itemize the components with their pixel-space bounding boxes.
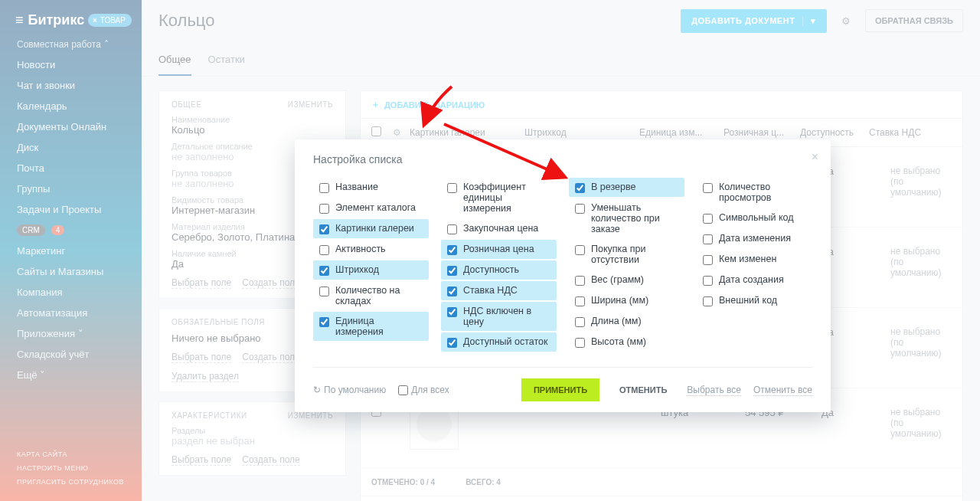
deselect-all-link[interactable]: Отменить все <box>753 385 812 396</box>
column-option[interactable]: В резерве <box>569 178 684 197</box>
for-all-option[interactable]: Для всех <box>398 385 449 395</box>
column-option[interactable]: Доступность <box>441 260 557 280</box>
column-option[interactable]: Высота (мм) <box>569 332 684 352</box>
close-icon[interactable]: × <box>812 150 818 164</box>
column-option[interactable]: Внешний код <box>697 291 812 310</box>
column-option[interactable]: Количество на складах <box>313 281 429 310</box>
column-option[interactable]: Единица измерения <box>313 312 429 341</box>
column-option[interactable]: Закупочная цена <box>441 219 557 238</box>
column-option[interactable]: Символьный код <box>697 208 812 228</box>
column-option[interactable]: Ставка НДС <box>441 281 557 300</box>
cancel-button[interactable]: ОТМЕНИТЬ <box>612 378 675 401</box>
column-option[interactable]: Уменьшать количество при заказе <box>569 198 684 238</box>
column-option[interactable]: Ширина (мм) <box>569 291 684 310</box>
column-option[interactable]: Элемент каталога <box>313 198 429 218</box>
column-option[interactable]: Покупка при отсутствии <box>569 240 684 269</box>
modal-title: Настройка списка <box>313 153 812 165</box>
apply-button[interactable]: ПРИМЕНИТЬ <box>521 378 599 401</box>
column-option[interactable]: Кем изменен <box>697 250 812 269</box>
select-all-link[interactable]: Выбрать все <box>687 385 741 396</box>
column-option[interactable]: Доступный остаток <box>441 332 557 352</box>
reset-default-button[interactable]: ↻ По умолчанию <box>313 385 386 395</box>
column-option[interactable]: Розничная цена <box>441 240 557 259</box>
column-option[interactable]: Активность <box>313 240 429 259</box>
column-option[interactable]: Вес (грамм) <box>569 270 684 290</box>
column-option[interactable]: Коэффициент единицы измерения <box>441 178 557 218</box>
column-option[interactable]: Картинки галереи <box>313 219 429 238</box>
column-option[interactable]: Дата создания <box>697 270 812 290</box>
column-option[interactable]: Количество просмотров <box>697 178 812 207</box>
column-option[interactable]: Дата изменения <box>697 229 812 248</box>
column-option[interactable]: Название <box>313 178 429 197</box>
column-option[interactable]: Штрихкод <box>313 260 429 280</box>
column-option[interactable]: Длина (мм) <box>569 312 684 331</box>
column-settings-modal: Настройка списка × НазваниеЭлемент катал… <box>295 139 831 412</box>
column-option[interactable]: НДС включен в цену <box>441 302 557 331</box>
